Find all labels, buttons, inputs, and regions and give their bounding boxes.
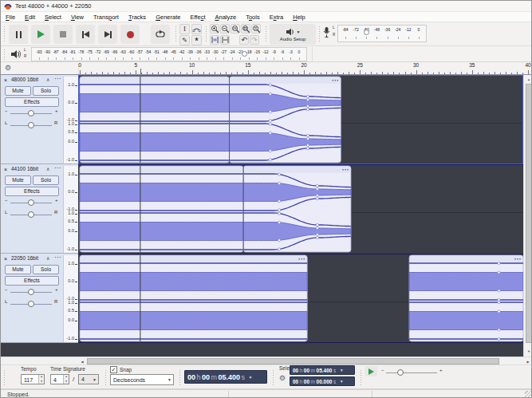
skip-to-start-button[interactable] [76,25,95,44]
stop-button[interactable] [53,25,73,44]
scroll-up-button[interactable]: ▲ [525,76,532,83]
record-meter-grip[interactable] [318,26,321,42]
track-menu-button[interactable]: ⋯ [54,165,61,171]
track-close-button[interactable]: × [4,77,7,83]
playback-meter[interactable]: -93-90-87-84-81-78-75-72-69-66-63-60-57-… [31,47,307,61]
pan-slider-thumb[interactable] [28,211,34,218]
menu-item-effect[interactable]: Effect [185,12,210,22]
play-speed-slider-thumb[interactable] [397,369,404,376]
mute-button[interactable]: Mute [5,175,31,185]
horizontal-scrollbar-thumb[interactable] [87,358,499,365]
selection-tool-button[interactable]: I [179,24,190,34]
menu-item-tracks[interactable]: Tracks [124,12,151,22]
pan-slider-thumb[interactable] [28,301,34,307]
zoom-to-selection-button[interactable] [231,24,240,33]
effects-button[interactable]: Effects [5,276,59,286]
horizontal-scrollbar[interactable]: ◀ ▶ [1,357,532,365]
time-signature-upper-spinner[interactable]: ▲▼ [63,375,69,384]
solo-button[interactable]: Solo [33,175,59,185]
menu-item-analyze[interactable]: Analyze [210,12,241,22]
time-signature-lower-select[interactable]: 4 ▼ [78,374,99,384]
play-button[interactable] [31,25,50,44]
vertical-scrollbar-thumb[interactable] [526,84,532,343]
menu-item-edit[interactable]: Edit [20,12,40,22]
solo-button[interactable]: Solo [33,265,59,274]
draw-tool-button[interactable]: ✎ [179,35,190,45]
timeline-ruler[interactable]: ⚙ 0510152025303540 [1,62,532,75]
gain-slider-thumb[interactable] [28,110,34,116]
solo-button[interactable]: Solo [33,86,59,96]
playback-meter-grip[interactable] [3,49,6,60]
snap-mode-select[interactable]: Deciseconds ▼ [110,374,174,385]
effects-button[interactable]: Effects [5,187,59,196]
track-close-button[interactable]: × [4,167,7,172]
audio-setup-grip[interactable] [265,26,268,42]
multi-tool-button[interactable]: * [191,35,202,45]
mute-button[interactable]: Mute [5,86,31,96]
track-area-empty-space[interactable] [1,343,523,357]
silence-audio-button[interactable] [220,35,230,45]
record-button[interactable] [120,25,140,44]
tools-toolbar-grip[interactable] [175,26,178,42]
audio-position-time[interactable]: 00h00m05.400s▼ [184,370,267,384]
play-at-speed-grip[interactable] [360,369,363,385]
window-resize-grip[interactable] [525,391,531,397]
track-menu-button[interactable]: ⋯ [54,76,61,82]
undo-button[interactable]: ↶ [239,35,249,45]
track-menu-button[interactable]: ⋯ [54,254,61,261]
waveform-48000[interactable] [78,75,523,164]
selection-start-time[interactable]: 00h00m05.400s▼ [290,365,355,375]
transport-toolbar-grip[interactable] [3,26,6,42]
scroll-left-button[interactable]: ◀ [78,358,86,365]
envelope-tool-button[interactable] [191,24,202,34]
selection-grip[interactable] [272,369,275,385]
menu-item-view[interactable]: View [66,12,89,22]
menu-item-generate[interactable]: Generate [151,12,185,22]
menu-item-file[interactable]: File [1,12,20,22]
volume-slider-thumb[interactable] [364,30,369,35]
timeline-options-button[interactable]: ⚙ [5,65,11,72]
menu-item-help[interactable]: Help [288,12,309,22]
scroll-right-button[interactable]: ▶ [524,358,532,365]
menu-item-select[interactable]: Select [40,12,66,22]
zoom-in-button[interactable] [210,24,219,33]
play-speed-slider-track[interactable] [386,372,437,373]
snap-checkbox[interactable]: ✓ [110,366,117,373]
skip-to-end-button[interactable] [98,25,117,44]
menu-item-tools[interactable]: Tools [241,12,265,22]
audio-setup-button[interactable]: ▼ Audio Setup [270,24,316,45]
vertical-scrollbar[interactable]: ▲ ▼ [523,75,532,357]
loop-button[interactable] [151,25,170,44]
menu-item-extra[interactable]: Extra [265,12,289,22]
waveform-44100[interactable] [78,164,523,254]
volume-slider-thumb[interactable] [242,51,247,57]
track-panel-48000[interactable]: ×48000 16bit∧⋯MuteSoloEffects−+LR1.00.0-… [1,75,78,164]
track-panel-22050[interactable]: ×22050 16bit∧⋯MuteSoloEffects−+LR1.00.0-… [1,254,78,343]
redo-button[interactable]: ↷ [250,35,259,45]
zoom-out-button[interactable] [220,24,230,33]
scroll-down-button[interactable]: ▼ [525,348,532,355]
play-at-speed-button[interactable] [365,366,377,376]
waveform-22050[interactable] [78,254,523,343]
time-signature-upper-input[interactable]: 4 ▲▼ [50,374,69,384]
time-toolbar-grip[interactable] [3,369,6,385]
tempo-input[interactable]: 117 ▲▼ [21,374,45,384]
tempo-spinner[interactable]: ▲▼ [38,375,44,384]
snap-toolbar-grip[interactable] [104,369,108,385]
track-collapse-button[interactable]: ∧ [46,256,49,261]
track-panel-44100[interactable]: ×44100 16bit∧⋯MuteSoloEffects−+LR1.00.0-… [1,164,78,254]
fit-project-button[interactable] [241,24,250,33]
pause-button[interactable] [9,25,28,44]
mute-button[interactable]: Mute [5,265,31,274]
pan-slider-thumb[interactable] [28,122,34,128]
selection-options-button[interactable]: ⚙ [279,375,286,382]
track-collapse-button[interactable]: ∧ [46,167,49,171]
gain-slider-thumb[interactable] [28,289,34,295]
trim-audio-button[interactable] [210,35,219,45]
effects-button[interactable]: Effects [5,97,59,107]
title-bar[interactable]: Test 48000 + 44000 + 22050 [1,1,532,12]
record-meter[interactable]: -84-72-60-48-36-24-120 [337,25,427,42]
track-close-button[interactable]: × [4,256,7,262]
gain-slider-thumb[interactable] [28,199,34,206]
selection-end-time[interactable]: 00h00m00.000s▼ [290,376,355,386]
